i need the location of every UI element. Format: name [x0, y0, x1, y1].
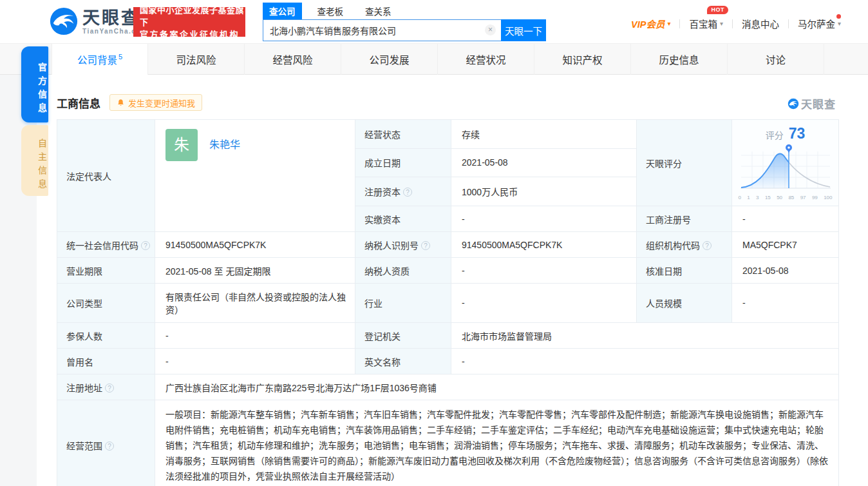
field-value-approval-date: 2021-05-08: [732, 258, 839, 284]
tab-company-background[interactable]: 公司背景5: [52, 44, 148, 75]
legal-rep-cell: 朱 朱艳华: [155, 120, 355, 232]
score-chart-cell[interactable]: 评分73: [732, 120, 839, 206]
user-account-menu[interactable]: 马尔萨金 ▾: [789, 17, 850, 30]
field-value-taxpayer-id: 91450500MA5QFCPK7K: [451, 232, 637, 258]
search-tabs: 查公司 查老板 查关系: [263, 4, 546, 19]
field-label-taxpayer-id: 纳税人识别号?: [355, 232, 451, 258]
tab-label: 知识产权: [562, 52, 602, 66]
certification-badge: 国家中小企业发展子基金旗下 官方备案企业征信机构: [133, 7, 245, 37]
message-center[interactable]: 消息中心: [733, 17, 788, 30]
field-value-insured-count: -: [155, 323, 355, 349]
field-label-status: 经营状态: [355, 120, 451, 149]
watermark-text: 天眼查: [801, 95, 836, 112]
username: 马尔萨金: [798, 17, 835, 30]
tab-company-development[interactable]: 公司发展: [341, 44, 438, 75]
score-distribution-chart: [739, 144, 833, 194]
tianyancha-watermark: 天眼查: [788, 95, 836, 112]
field-label-credit-code: 统一社会信用代码?: [57, 232, 155, 258]
field-value-reg-address: 广西壮族自治区北海市广东南路225号北海万达广场1F层1036号商铺: [155, 374, 839, 400]
notify-on-change-button[interactable]: 发生变更时通知我: [109, 94, 202, 111]
field-value-company-type: 有限责任公司（非自然人投资或控股的法人独资）: [155, 284, 355, 323]
field-value-staff-size: -: [732, 284, 839, 323]
side-tab-official-info[interactable]: 官方信息: [21, 46, 48, 122]
score-label: 评分: [766, 130, 784, 141]
tianyancha-logo-icon: [49, 6, 79, 36]
tab-label: 经营状况: [466, 52, 505, 66]
tab-discussion[interactable]: 讨论: [728, 44, 824, 75]
field-value-est-date: 2021-05-08: [451, 148, 637, 177]
search-area: 查公司 查老板 查关系 × 天眼一下: [263, 4, 546, 41]
field-label-taxpayer-quality: 纳税人资质: [355, 258, 451, 284]
section-title: 工商信息: [57, 95, 100, 111]
hot-badge: HOT: [707, 6, 728, 14]
tab-label: 公司发展: [369, 52, 409, 66]
field-value-taxpayer-quality: -: [451, 258, 637, 284]
help-icon[interactable]: ?: [703, 241, 712, 250]
field-label-org-code: 组织机构代码?: [637, 232, 732, 258]
vip-label: VIP会员: [631, 17, 665, 30]
vip-menu[interactable]: VIP会员 ▾: [622, 17, 679, 30]
field-value-business-term: 2021-05-08 至 无固定期限: [155, 258, 355, 284]
search-tab-company[interactable]: 查公司: [263, 3, 302, 19]
user-nav: VIP会员 ▾ HOT 百宝箱 ▾ 消息中心 马尔萨金 ▾: [622, 17, 850, 30]
tab-label: 讨论: [766, 52, 786, 66]
field-label-legal-rep: 法定代表人: [57, 120, 155, 232]
field-label-approval-date: 核准日期: [637, 258, 732, 284]
notify-label: 发生变更时通知我: [128, 97, 195, 109]
search-button[interactable]: 天眼一下: [501, 19, 546, 41]
tab-history-info[interactable]: 历史信息: [631, 44, 728, 75]
business-info-table: 法定代表人 朱 朱艳华 经营状态 存续 天眼评分 评分73: [57, 119, 839, 486]
notification-dot: [836, 14, 841, 19]
treasure-box-menu[interactable]: HOT 百宝箱 ▾: [680, 17, 732, 30]
field-label-company-type: 公司类型: [57, 284, 155, 323]
help-icon[interactable]: ?: [403, 188, 412, 197]
search-tab-relation[interactable]: 查关系: [359, 3, 398, 19]
field-value-credit-code: 91450500MA5QFCPK7K: [155, 232, 355, 258]
score-value: 73: [789, 125, 806, 142]
field-value-reg-authority: 北海市市场监督管理局: [451, 323, 839, 349]
side-tab-self-info[interactable]: 自主信息: [21, 125, 48, 196]
field-label-english-name: 英文名称: [355, 349, 451, 374]
field-value-industry: -: [451, 284, 637, 323]
legal-rep-link[interactable]: 朱艳华: [209, 139, 240, 150]
search-input[interactable]: [263, 19, 501, 41]
chevron-down-icon: ▾: [667, 20, 670, 27]
help-icon[interactable]: ?: [421, 241, 430, 250]
tab-label: 公司背景: [77, 52, 117, 66]
field-label-insured-count: 参保人数: [57, 323, 155, 349]
company-section-tabs: 公司背景5 司法风险 经营风险 公司发展 经营状况 知识产权 历史信息 讨论: [0, 44, 868, 75]
field-value-status: 存续: [451, 120, 637, 149]
field-label-paid-capital: 实缴资本: [355, 206, 451, 232]
top-header: 天眼查 TianYanCha.com 国家中小企业发展子基金旗下 官方备案企业征…: [0, 0, 868, 44]
tab-intellectual-property[interactable]: 知识产权: [534, 44, 631, 75]
help-icon[interactable]: ?: [105, 384, 114, 393]
search-tab-boss[interactable]: 查老板: [311, 3, 350, 19]
help-icon[interactable]: ?: [141, 241, 150, 250]
tab-label: 经营风险: [272, 52, 312, 66]
field-label-staff-size: 人员规模: [637, 284, 732, 323]
field-value-org-code: MA5QFCPK7: [732, 232, 839, 258]
cert-line-2: 官方备案企业征信机构: [140, 28, 245, 41]
tab-label: 司法风险: [176, 52, 216, 66]
field-label-industry: 行业: [355, 284, 451, 323]
field-value-reg-number: -: [732, 206, 839, 232]
tab-operating-status[interactable]: 经营状况: [438, 44, 534, 75]
watermark-logo-icon: [788, 98, 799, 110]
field-label-score: 天眼评分: [637, 120, 732, 206]
avatar[interactable]: 朱: [165, 129, 198, 161]
clear-search-icon[interactable]: ×: [485, 24, 496, 35]
field-value-english-name: -: [451, 349, 839, 374]
tab-count: 5: [118, 53, 122, 61]
field-label-est-date: 成立日期: [355, 148, 451, 177]
message-center-label: 消息中心: [742, 17, 779, 30]
tab-judicial-risk[interactable]: 司法风险: [148, 44, 245, 75]
field-value-paid-capital: -: [451, 206, 637, 232]
field-label-reg-capital: 注册资本?: [355, 177, 451, 206]
field-label-business-term: 营业期限: [57, 258, 155, 284]
field-label-business-scope: 经营范围?: [57, 400, 155, 486]
tab-label: 历史信息: [659, 52, 699, 66]
field-value-reg-capital: 1000万人民币: [451, 177, 637, 206]
help-icon[interactable]: ?: [105, 442, 114, 451]
bell-icon: [117, 99, 125, 107]
tab-operating-risk[interactable]: 经营风险: [245, 44, 341, 75]
